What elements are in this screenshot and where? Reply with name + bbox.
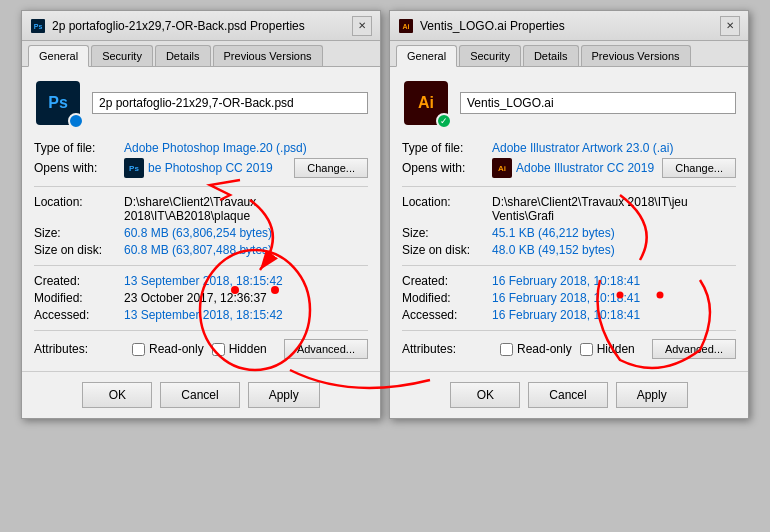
readonly-input-1[interactable]	[132, 343, 145, 356]
tab-general-2[interactable]: General	[396, 45, 457, 67]
title-text-1: 2p portafoglio-21x29,7-OR-Back.psd Prope…	[52, 19, 305, 33]
file-type-row-2: Type of file: Adobe Illustrator Artwork …	[402, 141, 736, 155]
tab-general-1[interactable]: General	[28, 45, 89, 67]
modified-label-2: Modified:	[402, 291, 492, 305]
file-type-value-1: Adobe Photoshop Image.20 (.psd)	[124, 141, 307, 155]
hidden-checkbox-1[interactable]: Hidden	[212, 342, 267, 356]
dialog-psd-properties: Ps 2p portafoglio-21x29,7-OR-Back.psd Pr…	[21, 10, 381, 419]
location-value-1: D:\share\Client2\Travaux 2018\IT\AB2018\…	[124, 195, 368, 223]
size-disk-value-1: 60.8 MB (63,807,488 bytes)	[124, 243, 272, 257]
close-button-1[interactable]: ✕	[352, 16, 372, 36]
created-label-1: Created:	[34, 274, 124, 288]
location-label-2: Location:	[402, 195, 492, 209]
cancel-button-2[interactable]: Cancel	[528, 382, 607, 408]
modified-row-2: Modified: 16 February 2018, 10:18:41	[402, 291, 736, 305]
opens-with-row-1: Opens with: Ps be Photoshop CC 2019 Chan…	[34, 158, 368, 178]
dialog-ai-properties: Ai Ventis_LOGO.ai Properties ✕ General S…	[389, 10, 749, 419]
hidden-input-2[interactable]	[580, 343, 593, 356]
accessed-label-1: Accessed:	[34, 308, 124, 322]
button-bar-1: OK Cancel Apply	[22, 371, 380, 418]
file-type-label-1: Type of file:	[34, 141, 124, 155]
tab-details-2[interactable]: Details	[523, 45, 579, 66]
file-type-value-2: Adobe Illustrator Artwork 23.0 (.ai)	[492, 141, 673, 155]
created-value-2: 16 February 2018, 10:18:41	[492, 274, 640, 288]
location-row-2: Location: D:\share\Client2\Travaux 2018\…	[402, 195, 736, 223]
ps-icon	[36, 81, 80, 125]
file-type-row-1: Type of file: Adobe Photoshop Image.20 (…	[34, 141, 368, 155]
size-disk-row-2: Size on disk: 48.0 KB (49,152 bytes)	[402, 243, 736, 257]
location-row-1: Location: D:\share\Client2\Travaux 2018\…	[34, 195, 368, 223]
ok-button-2[interactable]: OK	[450, 382, 520, 408]
attributes-label-2: Attributes:	[402, 342, 492, 356]
created-row-2: Created: 16 February 2018, 10:18:41	[402, 274, 736, 288]
tabs-1: General Security Details Previous Versio…	[22, 41, 380, 67]
size-row-2: Size: 45.1 KB (46,212 bytes)	[402, 226, 736, 240]
size-value-2: 45.1 KB (46,212 bytes)	[492, 226, 615, 240]
opens-with-value-2: Adobe Illustrator CC 2019	[516, 161, 662, 175]
svg-text:Ai: Ai	[403, 23, 410, 30]
tab-previous-versions-2[interactable]: Previous Versions	[581, 45, 691, 66]
file-name-input-2[interactable]	[460, 92, 736, 114]
svg-text:Ps: Ps	[34, 23, 43, 30]
close-button-2[interactable]: ✕	[720, 16, 740, 36]
advanced-button-1[interactable]: Advanced...	[284, 339, 368, 359]
size-disk-label-1: Size on disk:	[34, 243, 124, 257]
size-value-1: 60.8 MB (63,806,254 bytes)	[124, 226, 272, 240]
accessed-row-2: Accessed: 16 February 2018, 10:18:41	[402, 308, 736, 322]
opens-with-row-2: Opens with: Ai Adobe Illustrator CC 2019…	[402, 158, 736, 178]
readonly-checkbox-2[interactable]: Read-only	[500, 342, 572, 356]
attributes-row-2: Attributes: Read-only Hidden Advanced...	[402, 339, 736, 359]
apply-button-1[interactable]: Apply	[248, 382, 320, 408]
size-disk-value-2: 48.0 KB (49,152 bytes)	[492, 243, 615, 257]
location-label-1: Location:	[34, 195, 124, 209]
readonly-checkbox-1[interactable]: Read-only	[132, 342, 204, 356]
advanced-button-2[interactable]: Advanced...	[652, 339, 736, 359]
file-icon-2	[402, 79, 450, 127]
accessed-label-2: Accessed:	[402, 308, 492, 322]
size-label-2: Size:	[402, 226, 492, 240]
title-icon-2: Ai	[398, 18, 414, 34]
modified-label-1: Modified:	[34, 291, 124, 305]
location-value-2: D:\share\Client2\Travaux 2018\IT\jeu Ven…	[492, 195, 736, 223]
modified-row-1: Modified: 23 October 2017, 12:36:37	[34, 291, 368, 305]
attributes-label-1: Attributes:	[34, 342, 124, 356]
button-bar-2: OK Cancel Apply	[390, 371, 748, 418]
size-disk-row-1: Size on disk: 60.8 MB (63,807,488 bytes)	[34, 243, 368, 257]
readonly-input-2[interactable]	[500, 343, 513, 356]
accessed-row-1: Accessed: 13 September 2018, 18:15:42	[34, 308, 368, 322]
apply-button-2[interactable]: Apply	[616, 382, 688, 408]
hidden-input-1[interactable]	[212, 343, 225, 356]
app-small-icon-1: Ps	[124, 158, 144, 178]
ai-badge	[436, 113, 452, 129]
title-icon-1: Ps	[30, 18, 46, 34]
tab-previous-versions-1[interactable]: Previous Versions	[213, 45, 323, 66]
modified-value-1: 23 October 2017, 12:36:37	[124, 291, 267, 305]
cancel-button-1[interactable]: Cancel	[160, 382, 239, 408]
size-disk-label-2: Size on disk:	[402, 243, 492, 257]
size-label-1: Size:	[34, 226, 124, 240]
modified-value-2: 16 February 2018, 10:18:41	[492, 291, 640, 305]
opens-with-label-1: Opens with:	[34, 161, 124, 175]
file-name-input-1[interactable]	[92, 92, 368, 114]
tab-security-1[interactable]: Security	[91, 45, 153, 66]
file-icon-1	[34, 79, 82, 127]
accessed-value-1: 13 September 2018, 18:15:42	[124, 308, 283, 322]
content-2: Type of file: Adobe Illustrator Artwork …	[390, 67, 748, 371]
tab-details-1[interactable]: Details	[155, 45, 211, 66]
title-bar-2: Ai Ventis_LOGO.ai Properties ✕	[390, 11, 748, 41]
ps-badge	[68, 113, 84, 129]
file-type-label-2: Type of file:	[402, 141, 492, 155]
app-small-icon-2: Ai	[492, 158, 512, 178]
tab-security-2[interactable]: Security	[459, 45, 521, 66]
file-header-1	[34, 79, 368, 127]
tabs-2: General Security Details Previous Versio…	[390, 41, 748, 67]
hidden-checkbox-2[interactable]: Hidden	[580, 342, 635, 356]
attributes-row-1: Attributes: Read-only Hidden Advanced...	[34, 339, 368, 359]
change-button-1[interactable]: Change...	[294, 158, 368, 178]
change-button-2[interactable]: Change...	[662, 158, 736, 178]
content-1: Type of file: Adobe Photoshop Image.20 (…	[22, 67, 380, 371]
ok-button-1[interactable]: OK	[82, 382, 152, 408]
title-bar-1: Ps 2p portafoglio-21x29,7-OR-Back.psd Pr…	[22, 11, 380, 41]
created-row-1: Created: 13 September 2018, 18:15:42	[34, 274, 368, 288]
created-label-2: Created:	[402, 274, 492, 288]
